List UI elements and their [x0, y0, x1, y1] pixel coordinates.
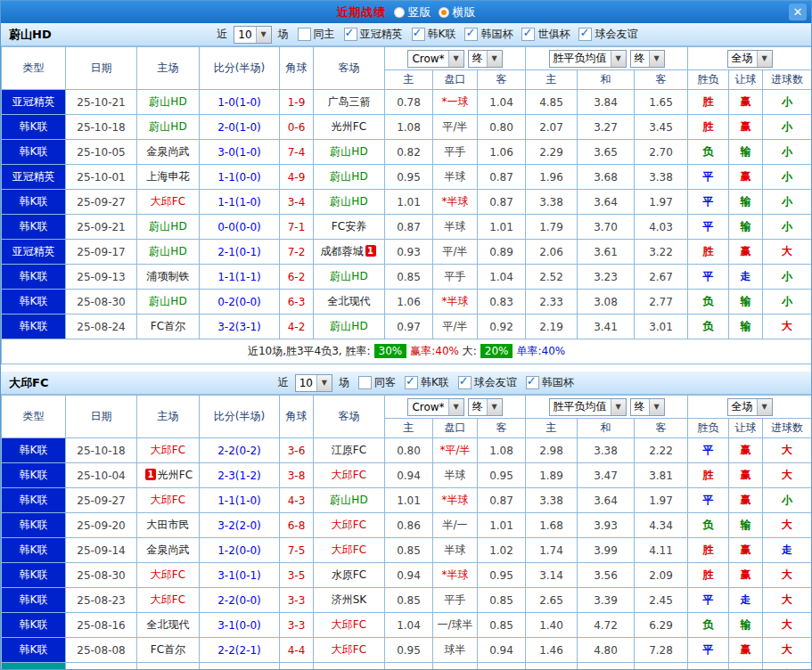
cell-asian-home: 0.87 [385, 215, 433, 240]
match-row: 韩K联25-08-30蔚山HD0-2(0-0)6-3全北现代1.06*半球0.8… [2, 290, 812, 315]
cell-away-team: 水原FC [314, 563, 385, 588]
cell-goals-result: 小 [763, 190, 812, 215]
cell-asian-home: 1.01 [385, 488, 433, 513]
cell-away-team: 济州SK [314, 588, 385, 613]
cell-euro-away: 3.01 [635, 315, 688, 339]
cell-home-team: 大邱FC [137, 588, 200, 613]
chevron-down-icon: ▼ [611, 51, 626, 67]
cell-asian-line: *四球 [433, 663, 478, 670]
cell-asian-line: 一/球半 [433, 613, 478, 638]
col-header: 进球数 [763, 70, 812, 90]
filter-checkbox[interactable]: 同客 [358, 375, 396, 390]
scope-select[interactable]: 全场▼ [727, 398, 773, 416]
cell-handicap-result: 赢 [729, 90, 763, 115]
cell-handicap-result: 输 [729, 513, 763, 538]
cell-euro-draw: 3.99 [578, 538, 635, 563]
filter-checkbox[interactable]: 韩K联 [412, 27, 456, 42]
cell-goals-result: 大 [763, 663, 812, 670]
cell-away-team: 广岛三箭 [314, 90, 385, 115]
cell-type: 韩K联 [2, 588, 66, 613]
col-header: 日期 [66, 47, 137, 90]
col-header: 盘口 [433, 70, 478, 90]
filter-checkbox[interactable]: 韩国杯 [464, 27, 513, 42]
title-bar: 近期战绩 竖版 横版 ✕ [1, 1, 811, 23]
cell-corner: 4-3 [280, 488, 314, 513]
away-team-name: 大邱FC [332, 519, 366, 531]
cell-euro-home: 4.85 [526, 90, 578, 115]
filter-checkbox[interactable]: 韩国杯 [526, 375, 574, 390]
recent-count-select[interactable]: 10▼ [234, 26, 271, 44]
checkbox-label: 世俱杯 [537, 27, 570, 42]
filter-checkbox[interactable]: 同主 [298, 27, 335, 42]
close-icon: ✕ [793, 5, 803, 19]
home-team-name: 大邱FC [151, 568, 185, 581]
euro-odds-header: 胜平负均值▼终▼ [526, 47, 688, 70]
euro-final-select[interactable]: 终▼ [630, 50, 665, 68]
cell-away-team: 大邱FC [314, 638, 385, 663]
cell-away-team: 江原FC [314, 438, 385, 463]
euro-avg-select[interactable]: 胜平负均值▼ [549, 50, 627, 68]
cell-corner: 7-4 [280, 140, 314, 165]
col-header: 和 [578, 70, 635, 90]
results-table-0: 类型日期主场比分(半场)角球客场Crow*▼终▼胜平负均值▼终▼全场▼主盘口客主… [1, 46, 812, 364]
cell-asian-home: 0.78 [385, 90, 433, 115]
euro-avg-select[interactable]: 胜平负均值▼ [549, 398, 627, 416]
close-button[interactable]: ✕ [789, 4, 807, 20]
radio-selected-icon [439, 7, 449, 18]
cell-asian-line: 半球 [433, 538, 478, 563]
cell-home-team: 大邱FC [137, 438, 200, 463]
red-card-badge: 1 [365, 245, 376, 257]
cell-handicap-result: 输 [729, 215, 763, 240]
home-team-name: 大邱FC [151, 494, 185, 506]
cell-date: 25-09-17 [66, 240, 137, 265]
col-header: 客场 [314, 396, 385, 438]
cell-asian-line: *半球 [433, 488, 478, 513]
home-team-name: 蔚山HD [149, 120, 186, 133]
company-select-value: Crow* [408, 399, 447, 415]
cell-handicap-result: 赢 [729, 538, 763, 563]
cell-result: 胜 [688, 538, 729, 563]
cell-handicap-result: 输 [729, 290, 763, 315]
scope-select-value: 全场 [728, 51, 757, 67]
radio-horizontal[interactable]: 横版 [439, 4, 476, 20]
company-select[interactable]: Crow*▼ [407, 398, 463, 416]
cell-corner: 4-4 [280, 638, 314, 663]
cell-corner: 3-3 [280, 613, 314, 638]
red-card-badge: 1 [145, 469, 156, 480]
scope-select[interactable]: 全场▼ [727, 50, 773, 68]
cell-score: 2-0(1-0) [200, 115, 280, 140]
company-select[interactable]: Crow*▼ [407, 50, 463, 68]
filter-checkbox[interactable]: 世俱杯 [521, 27, 570, 42]
cell-asian-home: 0.86 [385, 513, 433, 538]
away-team-name: 蔚山HD [330, 170, 367, 183]
cell-away-team: 蔚山HD [314, 265, 385, 290]
cell-handicap-result: 输 [729, 315, 763, 339]
cell-corner: 6-8 [280, 513, 314, 538]
home-team-name: 蔚山HD [149, 245, 186, 257]
cell-date: 25-10-21 [66, 90, 137, 115]
cell-corner: 3-4 [280, 190, 314, 215]
cell-goals-result: 走 [763, 538, 812, 563]
filter-checkbox[interactable]: 球会友谊 [578, 27, 637, 42]
match-row: 球会友谊25-08-04大邱FC0-5(0-3)0-8巴塞罗那0.90*四球0.… [2, 663, 812, 670]
radio-vertical[interactable]: 竖版 [394, 4, 431, 20]
euro-final-select[interactable]: 终▼ [630, 398, 665, 416]
filter-checkbox[interactable]: 球会友谊 [458, 375, 517, 390]
cell-home-team: 蔚山HD [137, 215, 200, 240]
chevron-down-icon: ▼ [649, 399, 664, 415]
cell-euro-home: 3.38 [526, 488, 578, 513]
cell-goals-result: 小 [763, 215, 812, 240]
cell-handicap-result: 输 [729, 613, 763, 638]
asian-final-select[interactable]: 终▼ [468, 398, 503, 416]
asian-final-select[interactable]: 终▼ [468, 50, 503, 68]
cell-euro-away: 3.81 [635, 463, 688, 488]
filter-checkbox[interactable]: 韩K联 [405, 375, 449, 390]
filter-checkbox[interactable]: 亚冠精英 [344, 27, 403, 42]
cell-asian-away: 0.85 [478, 613, 526, 638]
cell-date: 25-08-30 [66, 290, 137, 315]
cell-euro-away: 2.67 [635, 265, 688, 290]
recent-count-select[interactable]: 10▼ [295, 374, 332, 392]
cell-score: 1-1(1-0) [200, 190, 280, 215]
cell-asian-line: 平/半 [433, 315, 478, 339]
filter-prefix: 近 [217, 27, 227, 42]
